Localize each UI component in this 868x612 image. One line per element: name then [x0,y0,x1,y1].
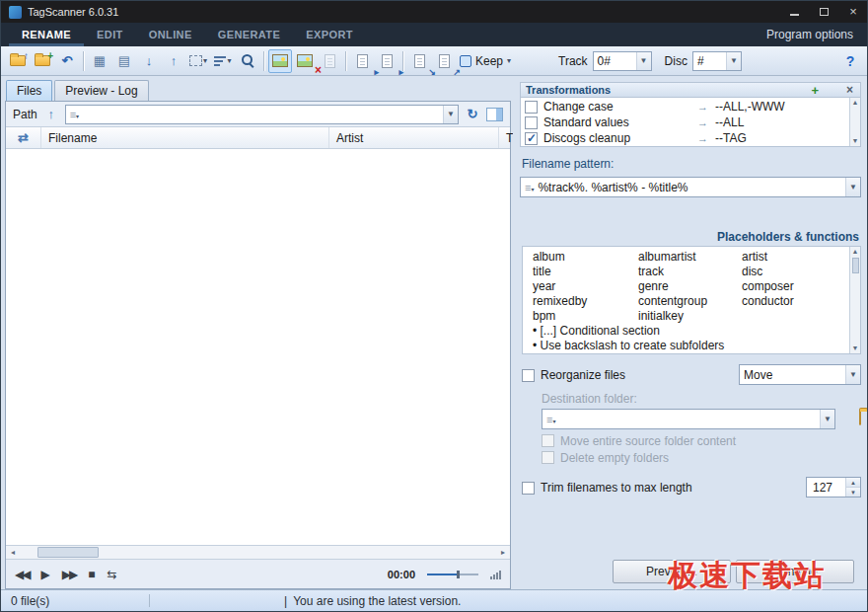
side-panel-icon[interactable] [486,108,503,121]
file-export-button[interactable]: ↘ [407,49,431,73]
placeholder-item[interactable]: initialkey [638,309,742,324]
move-up-button[interactable]: ↑ [162,49,185,73]
menu-online[interactable]: ONLINE [136,23,205,46]
close-button[interactable]: × [847,6,859,18]
rewind-button[interactable]: ◀◀ [15,569,29,580]
scrollbar-thumb[interactable] [852,258,859,273]
move-mode-combo[interactable]: Move ▼ [739,364,861,385]
placeholder-item[interactable]: albumartist [638,250,742,265]
column-header-artist[interactable]: Artist [329,127,499,148]
placeholder-item[interactable]: track [638,265,742,279]
file-import-button[interactable]: ↗ [432,49,456,73]
chevron-down-icon[interactable]: ▼ [443,106,458,123]
volume-thumb[interactable] [457,571,460,578]
volume-slider[interactable] [427,569,478,580]
reorganize-files-checkbox[interactable] [522,369,535,382]
search-button[interactable] [236,49,259,73]
delete-empty-checkbox[interactable] [542,451,554,464]
spinner-up-icon[interactable]: ▲ [846,478,860,488]
print-button[interactable] [318,49,341,73]
scroll-left-icon[interactable]: ◂ [6,548,20,557]
placeholder-item[interactable]: composer [742,279,849,294]
close-panel-icon[interactable]: × [846,84,855,96]
placeholder-item[interactable]: remixedby [533,294,638,309]
chevron-down-icon[interactable]: ▼ [636,52,651,70]
path-input[interactable]: ≡▾ ▼ [65,105,459,124]
max-length-spinner[interactable]: 127 ▲ ▼ [806,477,861,497]
repeat-icon[interactable]: ⇆ [107,569,116,580]
chevron-down-icon[interactable]: ▼ [726,52,741,70]
horizontal-scrollbar[interactable]: ◂ ▸ [6,545,510,559]
program-options-link[interactable]: Program options [753,23,867,46]
playlist-button[interactable]: ▸ [375,49,398,73]
menu-edit[interactable]: EDIT [84,23,136,46]
fast-forward-button[interactable]: ▶▶ [62,569,76,580]
scroll-right-icon[interactable]: ▸ [496,548,510,557]
move-entire-checkbox[interactable] [542,434,554,447]
transformation-row[interactable]: Change case → --ALL,-WWW [521,99,849,115]
scroll-down-icon[interactable]: ▼ [852,136,859,146]
transformation-row[interactable]: Discogs cleanup → --TAG [521,130,849,146]
refresh-icon[interactable]: ↻ [464,107,481,121]
shuffle-column-header[interactable]: ⇄ [6,127,41,148]
add-transformation-icon[interactable]: + [811,84,819,97]
column-header-filename[interactable]: Filename [41,127,329,148]
track-combo[interactable]: 0# ▼ [593,51,652,71]
stop-button[interactable]: ■ [88,569,95,580]
standard-values-checkbox[interactable] [525,116,538,129]
menu-export[interactable]: EXPORT [293,23,366,46]
move-down-button[interactable]: ↓ [137,49,161,73]
disc-combo[interactable]: # ▼ [692,51,742,71]
sort-button[interactable]: ▾ [211,49,235,73]
placeholder-item[interactable]: disc [742,265,849,279]
placeholder-item[interactable]: genre [638,279,742,294]
keep-dropdown-button[interactable]: Keep ▾ [457,49,514,73]
tab-preview-log[interactable]: Preview - Log [54,80,148,101]
scrollbar-thumb[interactable] [37,547,99,558]
vertical-scrollbar[interactable]: ▲ ▼ [849,98,860,146]
discogs-cleanup-checkbox[interactable] [525,132,538,145]
transformation-row[interactable]: Standard values → --ALL [521,115,849,130]
details-view-button[interactable]: ▤ [112,49,136,73]
help-button[interactable]: ? [838,49,862,73]
vertical-scrollbar[interactable]: ▲ ▼ [849,247,860,353]
play-file-button[interactable]: ▸ [350,49,374,73]
add-folder-button[interactable]: + [31,49,54,73]
filename-pattern-combo[interactable]: ≡▾ %track%. %artist% - %title% ▼ [520,177,861,197]
large-icons-view-button[interactable]: ▦ [88,49,111,73]
placeholder-item[interactable]: album [533,250,638,265]
scroll-up-icon[interactable]: ▲ [852,247,859,257]
chevron-down-icon[interactable]: ▼ [845,178,860,196]
placeholder-item[interactable] [742,309,849,324]
tab-files[interactable]: Files [6,80,52,101]
open-folder-button[interactable]: ↑ [6,49,30,73]
destination-folder-combo[interactable]: ≡▾ ▼ [542,409,835,429]
undo-button[interactable]: ↶ [55,49,79,73]
file-list-area[interactable] [6,149,510,545]
placeholder-item[interactable]: bpm [533,309,638,324]
play-button[interactable]: ▶ [40,569,49,580]
placeholder-item[interactable]: conductor [742,294,849,309]
placeholder-item[interactable]: title [533,265,638,279]
scrollbar-track[interactable] [20,546,496,559]
placeholder-item[interactable]: artist [742,250,849,265]
cover-art-button[interactable] [268,49,292,73]
select-files-button[interactable]: ▾ [186,49,210,73]
scroll-up-icon[interactable]: ▲ [852,98,859,108]
minimize-button[interactable] [788,6,800,18]
placeholder-item[interactable]: contentgroup [638,294,742,309]
remove-cover-button[interactable]: × [293,49,317,73]
browse-folder-button[interactable] [859,411,861,424]
up-folder-icon[interactable]: ↑ [42,107,60,121]
placeholder-item[interactable]: year [533,279,638,294]
trim-filenames-checkbox[interactable] [522,482,535,495]
chevron-down-icon[interactable]: ▼ [845,365,860,384]
change-case-checkbox[interactable] [525,101,538,114]
chevron-down-icon[interactable]: ▼ [820,410,834,428]
column-header-title[interactable]: T [499,127,513,148]
menu-rename[interactable]: RENAME [9,23,84,46]
menu-generate[interactable]: GENERATE [205,23,294,46]
spinner-down-icon[interactable]: ▼ [846,488,860,497]
scroll-down-icon[interactable]: ▼ [852,344,859,353]
maximize-button[interactable] [818,6,830,18]
